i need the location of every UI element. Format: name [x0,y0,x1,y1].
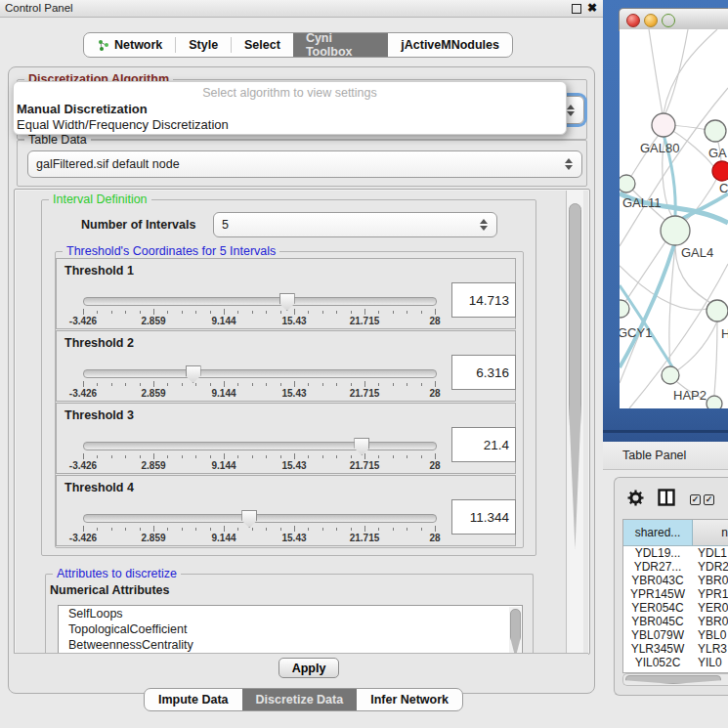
dropdown-option-manual-discretization[interactable]: Manual Discretization [17,102,148,116]
table-data-group: Table Data galFiltered.sif default node [17,140,587,187]
tab-impute-data[interactable]: Impute Data [145,689,242,710]
list-item[interactable]: BetweennessCentrality [59,637,522,653]
scrollbar-thumb[interactable] [569,203,581,549]
table-row[interactable]: YER054CYER0 [623,601,728,615]
close-icon[interactable]: ✖ [587,1,597,15]
cell-name[interactable]: YLR3 [692,642,728,656]
threshold-2-value[interactable]: 6.316 [451,355,516,390]
cell-name[interactable]: YPR1 [692,587,728,601]
table-row[interactable]: YIL052CYIL0 [623,656,728,669]
column-header-name[interactable]: n [693,520,728,545]
cell-shared-name[interactable]: YBL079W [623,628,692,642]
checkbox-icon[interactable]: ✓ [690,494,701,505]
slider-track [83,442,437,450]
list-item[interactable]: TopologicalCoefficient [59,621,522,637]
network-node-selected-red[interactable] [712,161,728,181]
table-body: YDL19...YDL1YDR27...YDR2YBR043CYBR0YPR14… [623,546,728,669]
table-row[interactable]: YLR345WYLR3 [623,642,728,656]
scrollbar-thumb[interactable] [625,675,721,684]
table-horizontal-scrollbar[interactable] [622,673,728,686]
cell-shared-name[interactable]: YBR045C [623,615,692,628]
cell-shared-name[interactable]: YDL19... [623,546,692,560]
top-tab-bar: Network Style Select Cyni Toolbox jActiv… [83,32,513,58]
svg-text:GAL4: GAL4 [681,245,713,260]
threshold-2-slider[interactable]: -3.4262.8599.14415.4321.71528 [83,364,435,398]
cell-shared-name[interactable]: YDR27... [623,560,692,574]
zoom-traffic-light-icon[interactable] [662,14,675,27]
table-row[interactable]: YDL19...YDL1 [623,546,728,560]
stepper-arrows-icon [480,218,490,232]
cell-shared-name[interactable]: YLR345W [623,642,692,656]
cell-name[interactable]: YBR0 [692,574,728,587]
threshold-3-value[interactable]: 21.4 [451,427,516,462]
cell-name[interactable]: YDR2 [692,560,728,574]
table-data-select[interactable]: galFiltered.sif default node [27,150,582,178]
network-node-hap2[interactable] [662,366,679,384]
tab-cyni-toolbox[interactable]: Cyni Toolbox [293,33,388,57]
float-window-icon[interactable] [572,4,581,14]
svg-text:H: H [721,326,728,341]
slider-tick-labels: -3.4262.8599.14415.4321.71528 [83,388,435,399]
tab-infer-network[interactable]: Infer Network [357,689,462,710]
cell-shared-name[interactable]: YIL052C [623,656,692,669]
tab-style[interactable]: Style [176,33,231,57]
cell-shared-name[interactable]: YER054C [623,601,692,615]
network-node-gal80[interactable] [652,113,675,137]
threshold-1-slider[interactable]: -3.4262.8599.14415.4321.71528 [83,292,435,325]
list-item[interactable]: SelfLoops [59,606,522,621]
column-header-shared[interactable]: shared... [623,520,693,545]
threshold-4-panel: Threshold 4 -3.4262.8599.14415.4321.7152… [56,475,516,546]
checkbox-icon[interactable]: ✓ [704,494,714,505]
table-row[interactable]: YBR043CYBR0 [623,574,728,587]
network-node-ga[interactable] [705,120,726,142]
network-node-gcy1[interactable] [620,300,629,318]
number-of-intervals-label: Number of Intervals [81,218,195,232]
desktop-background: GAL80 GA C GAL11 GAL4 GCY1 H HAP2 [603,0,728,442]
slider-ticks [83,453,435,460]
svg-text:GA: GA [708,146,727,160]
panel-scrollbar[interactable] [566,191,583,653]
tab-network[interactable]: Network [84,33,175,57]
number-of-intervals-select[interactable]: 5 [213,212,497,237]
threshold-3-slider[interactable]: -3.4262.8599.14415.4321.71528 [83,437,435,470]
tab-jactivemnodules[interactable]: jActiveMNodules [388,33,512,57]
table-row[interactable]: YBR045CYBR0 [623,615,728,628]
network-icon [97,39,109,52]
cell-name[interactable]: YER0 [692,601,728,615]
network-canvas[interactable]: GAL80 GA C GAL11 GAL4 GCY1 H HAP2 [620,29,728,408]
list-scrollbar[interactable] [509,607,521,655]
threshold-4-value[interactable]: 11.344 [451,499,516,535]
threshold-2-panel: Threshold 2 -3.4262.8599.14415.4321.7152… [56,330,516,402]
tab-discretize-data[interactable]: Discretize Data [242,689,358,710]
network-node-gal11[interactable] [620,175,635,193]
cell-name[interactable]: YBL0 [692,628,728,642]
network-window-titlebar[interactable] [619,8,728,31]
attributes-group: Attributes to discretize Numerical Attri… [45,574,534,655]
cell-shared-name[interactable]: YPR145W [623,587,692,601]
network-node-bottom[interactable] [707,396,722,408]
network-node-gal4[interactable] [661,216,690,245]
table-row[interactable]: YDR27...YDR2 [623,560,728,574]
cell-name[interactable]: YBR0 [692,615,728,628]
cell-shared-name[interactable]: YBR043C [623,574,692,587]
apply-button[interactable]: Apply [278,658,339,678]
minimize-traffic-light-icon[interactable] [644,14,658,27]
gear-icon[interactable] [627,490,644,506]
threshold-1-value[interactable]: 14.713 [451,282,516,318]
cell-name[interactable]: YDL1 [692,546,728,560]
tab-select[interactable]: Select [232,33,293,57]
threshold-4-slider[interactable]: -3.4262.8599.14415.4321.71528 [83,509,435,542]
table-row[interactable]: YPR145WYPR1 [623,587,728,601]
table-row[interactable]: YBL079WYBL0 [623,628,728,642]
slider-track [83,369,437,378]
numerical-attributes-list[interactable]: SelfLoops TopologicalCoefficient Between… [58,605,523,655]
close-traffic-light-icon[interactable] [626,14,640,27]
network-node-h[interactable] [707,300,728,321]
window-title: Control Panel [5,2,73,14]
split-columns-icon[interactable] [658,489,675,506]
dropdown-option-equal-width-frequency[interactable]: Equal Width/Frequency Discretization [17,117,229,132]
slider-track [83,514,437,523]
slider-ticks [83,309,435,316]
table-panel: ✓ ✓ shared... n YDL19...YDL1YDR27...YDR2… [614,477,728,696]
cell-name[interactable]: YIL0 [692,656,728,669]
